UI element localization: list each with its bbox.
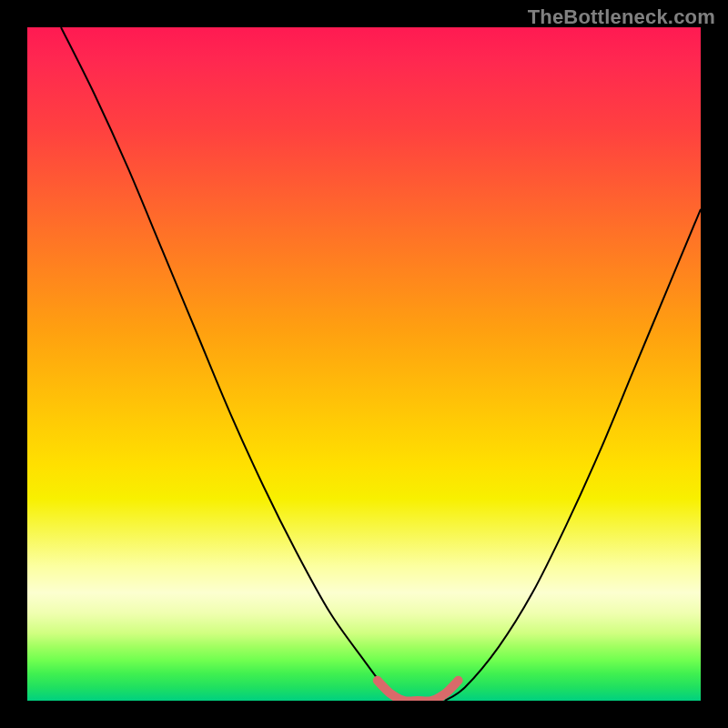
left-curve-line <box>61 27 398 701</box>
plot-area <box>27 27 701 701</box>
right-curve-line <box>445 209 701 701</box>
chart-svg <box>27 27 701 701</box>
bottleneck-chart: TheBottleneck.com <box>0 0 728 728</box>
valley-highlight <box>378 681 459 701</box>
watermark-text: TheBottleneck.com <box>528 5 715 29</box>
